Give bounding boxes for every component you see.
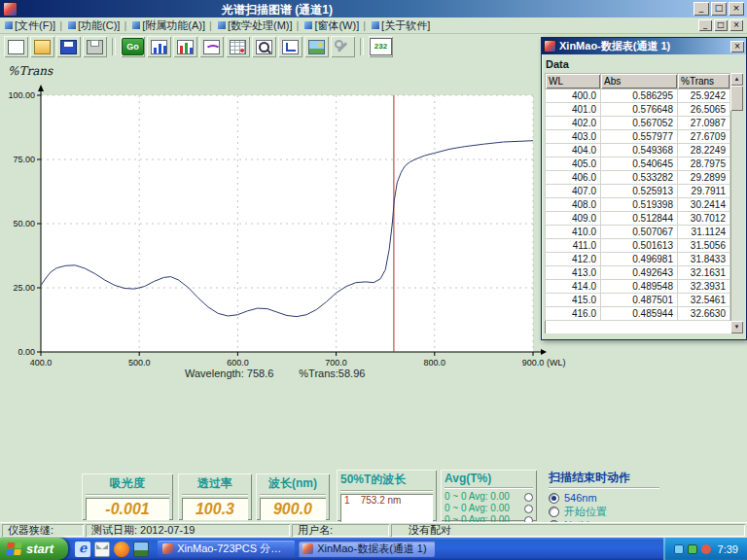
data-window-close-button[interactable]: × [730, 41, 744, 52]
half-t-listbox[interactable]: 1 753.2 nm [340, 494, 433, 524]
printer-icon [87, 40, 103, 54]
mdi-close-button[interactable]: × [729, 19, 743, 31]
chart-svg[interactable]: 0.0025.0050.0075.00100.00400.0500.0600.0… [0, 84, 622, 375]
svg-text:75.00: 75.00 [13, 155, 35, 164]
menu-item[interactable]: [关于软件] [371, 18, 431, 33]
screen: 光谱扫描图谱 (通道1) _ □ × [文件(F)][功能(C)][附属功能(A… [0, 0, 747, 560]
svg-text:900.0: 900.0 [522, 358, 545, 368]
image-button[interactable] [304, 36, 329, 57]
table-row[interactable]: 401.00.57664826.5065 [546, 103, 730, 117]
table-row[interactable]: 409.00.51284430.7012 [546, 212, 730, 226]
svg-text:700.0: 700.0 [325, 358, 347, 368]
table-row[interactable]: 414.00.48954832.3931 [546, 280, 730, 294]
absorbance-panel: 吸光度 -0.001 [82, 473, 173, 520]
menu-item[interactable]: [文件(F)] [4, 18, 67, 33]
end-action-option[interactable]: 开始位置 [549, 505, 659, 518]
bar-chart-icon [151, 40, 167, 54]
transmittance-label: 透过率 [182, 475, 248, 495]
data-window-body: Data WLAbs%Trans 400.00.58629525.9242401… [542, 54, 746, 333]
table-row[interactable]: 406.00.53328229.2899 [546, 171, 730, 185]
axis-scale-button[interactable] [278, 36, 302, 57]
table-row[interactable]: 413.00.49264332.1631 [546, 266, 730, 280]
table-row[interactable]: 415.00.48750132.5461 [546, 294, 730, 307]
mdi-restore-button[interactable]: □ [714, 19, 728, 31]
avg-panel: Avg(T%) 0 ~ 0 Avg: 0.000 ~ 0 Avg: 0.000 … [441, 470, 537, 521]
spectrum-button[interactable] [199, 36, 224, 57]
scrollbar-thumb[interactable] [730, 86, 743, 111]
table-row[interactable]: 400.00.58629525.9242 [546, 89, 730, 103]
new-file-button[interactable] [4, 36, 28, 57]
maximize-button[interactable]: □ [711, 2, 727, 16]
scrollbar-track[interactable] [730, 86, 743, 321]
magnifier-icon [256, 40, 272, 54]
radio-icon [549, 493, 559, 504]
zoom-in-button[interactable] [252, 36, 276, 57]
serial-port-icon: 232 [370, 38, 392, 55]
cursor-wavelength-label: Wavelength: 758.6 [185, 368, 273, 379]
table-column-header: WL [546, 74, 601, 89]
internet-explorer-icon[interactable] [75, 542, 90, 557]
absorbance-label: 吸光度 [86, 475, 169, 495]
taskbar-task[interactable]: XinMao-数据表(通道 1) [298, 541, 435, 557]
table-row[interactable]: 416.00.48594432.6630 [546, 307, 730, 321]
close-button[interactable]: × [729, 2, 744, 16]
clock: 7:39 [718, 543, 738, 555]
data-grid-icon [230, 40, 246, 54]
table-row[interactable]: 407.00.52591329.7911 [546, 185, 730, 198]
wavelength-panel: 波长(nm) 900.0 [256, 473, 330, 520]
go-icon: Go [122, 38, 144, 55]
scroll-down-arrow[interactable]: ▼ [730, 321, 743, 333]
chart-color-button[interactable] [173, 36, 197, 57]
half-t-panel: 50%T的波长 1 753.2 nm [337, 470, 437, 521]
data-grid-button[interactable] [226, 36, 250, 57]
end-action-option[interactable]: 546nm [549, 491, 659, 505]
absorbance-value: -0.001 [86, 498, 169, 520]
network-icon[interactable] [674, 544, 684, 554]
avg-radio-icon[interactable] [524, 493, 533, 502]
y-axis-label: %Trans [8, 64, 53, 78]
end-action-label: 扫描结束时动作 [549, 470, 659, 488]
mdi-minimize-button[interactable]: _ [698, 19, 712, 31]
media-player-icon[interactable] [114, 542, 129, 557]
table-scrollbar[interactable]: ▲ ▼ [730, 73, 743, 333]
svg-text:25.00: 25.00 [13, 283, 35, 293]
data-window-icon [544, 40, 556, 52]
tools-button[interactable] [331, 36, 355, 57]
taskbar-task[interactable]: XinMao-723PCS 分光... [158, 541, 295, 557]
antivirus-icon[interactable] [688, 544, 697, 554]
show-desktop-icon[interactable] [133, 542, 149, 557]
go-button[interactable]: Go [121, 36, 145, 57]
serial-232-button[interactable]: 232 [369, 36, 393, 57]
table-row[interactable]: 412.00.49698131.8433 [546, 253, 730, 266]
data-table-header-row: WLAbs%Trans [546, 74, 730, 89]
menu-item[interactable]: [功能(C)] [67, 18, 131, 33]
volume-icon[interactable] [701, 544, 711, 554]
chart-blue-button[interactable] [147, 36, 171, 57]
table-row[interactable]: 402.00.56705227.0987 [546, 117, 730, 130]
table-row[interactable]: 411.00.50161331.5056 [546, 239, 730, 253]
table-row[interactable]: 403.00.55797727.6709 [546, 130, 730, 144]
menu-item[interactable]: [附属功能(A)] [131, 18, 217, 33]
half-t-label: 50%T的波长 [340, 472, 433, 491]
avg-radio-icon[interactable] [524, 505, 533, 513]
cursor-readout: Wavelength: 758.6 %Trans:58.96 [185, 368, 365, 379]
save-button[interactable] [56, 36, 81, 57]
minimize-button[interactable]: _ [694, 2, 709, 16]
menu-item[interactable]: [窗体(W)] [303, 18, 371, 33]
mail-icon[interactable] [94, 542, 110, 557]
table-row[interactable]: 405.00.54064528.7975 [546, 158, 730, 171]
end-action-panel: 扫描结束时动作 546nm开始位置Nothing [545, 468, 663, 523]
scroll-up-arrow[interactable]: ▲ [730, 73, 743, 86]
print-button[interactable] [83, 36, 107, 57]
image-icon [308, 40, 325, 54]
start-button[interactable]: start [0, 538, 68, 560]
table-row[interactable]: 404.00.54936828.2249 [546, 144, 730, 158]
table-row[interactable]: 408.00.51939830.2414 [546, 198, 730, 212]
main-titlebar: 光谱扫描图谱 (通道1) _ □ × [0, 0, 747, 18]
status-slit: 仪器狭缝: [2, 524, 84, 537]
open-file-button[interactable] [30, 36, 54, 57]
svg-text:100.00: 100.00 [8, 90, 35, 100]
menu-item[interactable]: [数学处理(M)] [217, 18, 303, 33]
table-row[interactable]: 410.00.50706731.1124 [546, 226, 730, 239]
app-icon [3, 2, 18, 17]
